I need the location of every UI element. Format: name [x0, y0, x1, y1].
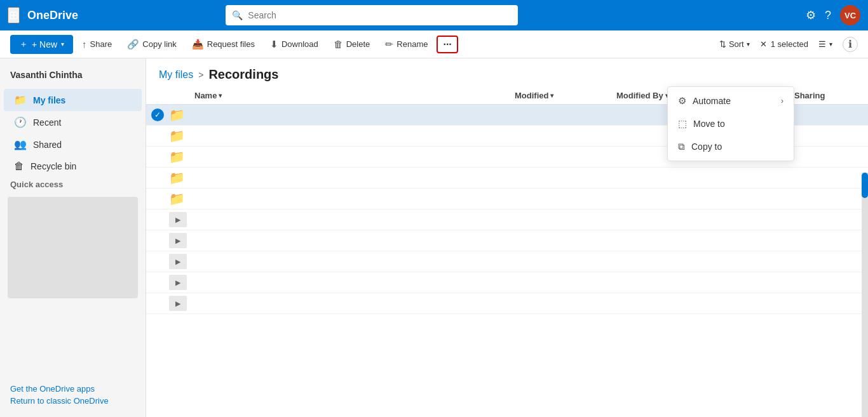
vertical-scrollbar[interactable] — [862, 173, 868, 417]
rename-button[interactable]: ✏ Rename — [379, 36, 434, 53]
table-row[interactable]: ▶ — [146, 293, 868, 314]
grid-icon[interactable]: ⊞ — [8, 7, 20, 23]
close-icon[interactable]: ✕ — [760, 39, 767, 49]
topbar: ⊞ OneDrive 🔍 ⚙ ? VC — [0, 0, 868, 30]
row-file-icon: ▶ — [169, 233, 192, 248]
onedrive-logo: OneDrive — [27, 9, 78, 22]
sidebar-item-my-files[interactable]: 📁 My files — [4, 89, 142, 111]
row-file-icon: ▶ — [169, 212, 192, 227]
sidebar-footer: Get the OneDrive apps Return to classic … — [0, 378, 146, 412]
row-file-icon: ▶ — [169, 275, 192, 290]
automate-icon: ⚙ — [678, 95, 686, 107]
search-icon: 🔍 — [232, 10, 243, 20]
table-row[interactable]: ▶ — [146, 251, 868, 272]
sort-arrow-icon: ▾ — [219, 92, 222, 99]
scrollbar-thumb[interactable] — [862, 173, 868, 198]
header-name[interactable]: Name ▾ — [192, 91, 512, 100]
view-toggle-button[interactable]: ☰ ▾ — [812, 36, 839, 52]
clock-icon: 🕐 — [14, 116, 27, 128]
table-row[interactable]: 📁 — [146, 189, 868, 209]
info-button[interactable]: ℹ — [843, 37, 858, 52]
video-icon: ▶ — [175, 279, 180, 287]
share-button[interactable]: ↑ Share — [76, 36, 118, 53]
link-icon: 🔗 — [127, 39, 139, 50]
row-file-icon: 📁 — [169, 191, 192, 206]
trash-icon: 🗑 — [334, 39, 343, 50]
sidebar-item-recycle-bin[interactable]: 🗑 Recycle bin — [4, 156, 142, 177]
check-icon: ✓ — [151, 109, 164, 121]
table-row[interactable]: ▶ — [146, 209, 868, 230]
toolbar-right: ⇅ Sort ▾ ✕ 1 selected ☰ ▾ ℹ — [713, 36, 858, 52]
row-file-icon: ▶ — [169, 254, 192, 269]
rename-icon: ✏ — [385, 39, 393, 50]
row-file-icon: 📁 — [169, 149, 192, 164]
inbox-icon: 📥 — [192, 39, 204, 50]
classic-onedrive-link[interactable]: Return to classic OneDrive — [10, 396, 135, 406]
breadcrumb-parent[interactable]: My files — [159, 69, 193, 81]
video-icon: ▶ — [175, 258, 180, 266]
table-row[interactable]: ▶ — [146, 272, 868, 293]
chevron-down-icon: ▾ — [61, 41, 64, 48]
row-file-icon: 📁 — [169, 128, 192, 143]
dropdown-item-automate[interactable]: ⚙ Automate › — [668, 89, 794, 112]
sidebar: Vasanthi Chintha 📁 My files 🕐 Recent 👥 S… — [0, 58, 146, 417]
plus-icon: ＋ — [19, 39, 28, 50]
more-button[interactable]: ··· — [437, 36, 458, 53]
view-icon: ☰ — [818, 39, 826, 49]
get-apps-link[interactable]: Get the OneDrive apps — [10, 384, 135, 394]
quick-access-label: Quick access — [0, 177, 146, 192]
dropdown-item-copy-to[interactable]: ⧉ Copy to — [668, 135, 794, 158]
quick-access-area — [8, 197, 138, 298]
row-file-icon: 📁 — [169, 107, 192, 122]
breadcrumb-separator: > — [198, 70, 203, 80]
copy-link-button[interactable]: 🔗 Copy link — [121, 36, 182, 53]
sidebar-item-recent[interactable]: 🕐 Recent — [4, 111, 142, 133]
video-icon: ▶ — [175, 300, 180, 308]
more-dropdown-menu: ⚙ Automate › ⬚ Move to ⧉ Copy to — [667, 86, 794, 161]
dropdown-item-move-to[interactable]: ⬚ Move to — [668, 112, 794, 135]
copy-icon: ⧉ — [678, 141, 685, 152]
avatar[interactable]: VC — [840, 5, 860, 25]
row-file-icon: 📁 — [169, 170, 192, 185]
sort-arrow-icon: ▾ — [550, 92, 553, 99]
chevron-right-icon: › — [781, 96, 783, 105]
folder-icon: 📁 — [14, 94, 27, 106]
sort-button[interactable]: ⇅ Sort ▾ — [713, 36, 756, 52]
chevron-down-icon: ▾ — [747, 41, 750, 48]
share-icon: ↑ — [82, 39, 87, 50]
topbar-right: ⚙ ? VC — [806, 5, 860, 25]
delete-button[interactable]: 🗑 Delete — [327, 36, 377, 53]
header-sharing[interactable]: Sharing — [792, 91, 868, 100]
settings-icon[interactable]: ⚙ — [806, 8, 816, 22]
video-icon: ▶ — [175, 216, 180, 224]
sort-icon: ⇅ — [719, 39, 726, 49]
row-checkbox[interactable]: ✓ — [146, 109, 169, 121]
breadcrumb-current: Recordings — [208, 67, 278, 82]
help-icon[interactable]: ? — [825, 9, 831, 22]
breadcrumb: My files > Recordings — [146, 58, 868, 87]
recycle-icon: 🗑 — [14, 161, 24, 172]
sidebar-item-shared[interactable]: 👥 Shared — [4, 133, 142, 156]
download-icon: ⬇ — [270, 39, 278, 50]
header-modified[interactable]: Modified ▾ — [512, 91, 614, 100]
new-button[interactable]: ＋ + New ▾ — [10, 35, 73, 54]
search-input[interactable] — [248, 10, 512, 20]
people-icon: 👥 — [14, 138, 27, 150]
sidebar-user-name: Vasanthi Chintha — [0, 63, 146, 89]
content-area: My files > Recordings Name ▾ Modified ▾ … — [146, 58, 868, 417]
request-files-button[interactable]: 📥 Request files — [186, 36, 261, 53]
video-icon: ▶ — [175, 237, 180, 245]
selected-indicator: ✕ 1 selected — [760, 39, 808, 49]
table-row[interactable]: ▶ — [146, 230, 868, 251]
chevron-down-icon: ▾ — [829, 41, 832, 48]
download-button[interactable]: ⬇ Download — [264, 36, 325, 53]
search-bar: 🔍 — [226, 5, 518, 25]
toolbar: ＋ + New ▾ ↑ Share 🔗 Copy link 📥 Request … — [0, 30, 868, 58]
main-layout: Vasanthi Chintha 📁 My files 🕐 Recent 👥 S… — [0, 58, 868, 417]
move-icon: ⬚ — [678, 118, 687, 129]
row-file-icon: ▶ — [169, 296, 192, 311]
table-row[interactable]: 📁 — [146, 168, 868, 189]
